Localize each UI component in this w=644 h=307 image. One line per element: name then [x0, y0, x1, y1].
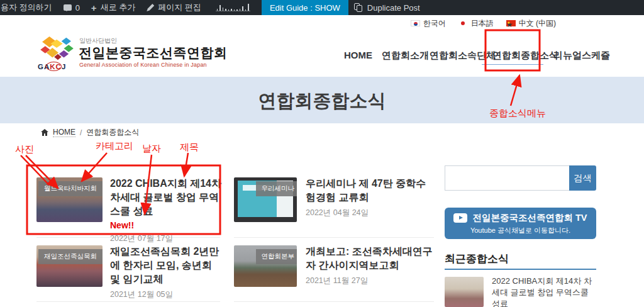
annotation-photo: 사진 [15, 143, 34, 155]
post-title[interactable]: 우리세미나 제 47탄 중학수험경험 교류회 [306, 177, 435, 204]
annotation-menu: 종합소식메뉴 [489, 108, 546, 120]
annotation-title: 제목 [180, 142, 199, 154]
lang-chinese[interactable]: ★ 中文 (中国) [506, 18, 556, 29]
nav-renewal-schedule[interactable]: 리뉴얼스케쥴 [553, 50, 610, 62]
duplicate-post-button[interactable]: Duplicate Post [348, 0, 426, 15]
japan-flag-icon [458, 20, 468, 26]
post-title[interactable]: 2022 CHIBA지회 제14차 차세대 글로벌 창업 무역스쿨 성료 [110, 177, 223, 218]
search-input[interactable] [445, 165, 569, 191]
new-post-label: 새로 추가 [101, 2, 136, 13]
nav-intro[interactable]: 연합회소개 [382, 50, 429, 62]
lang-korean-label: 한국어 [423, 18, 446, 29]
logo-acronym: GAKCJ [38, 63, 66, 70]
annotation-date: 날자 [142, 143, 161, 155]
lang-chinese-label: 中文 (中国) [519, 18, 556, 29]
site-header: GAKCJ 일반사단법인 전일본중국조선족연합회 General Associa… [0, 31, 644, 77]
comments-count: 0 [75, 3, 80, 13]
post-thumbnail[interactable]: 월드옥타치바지회 [36, 177, 103, 222]
wp-admin-bar: 용자 정의하기 0 + 새로 추가 페이지 편집 Edit Guide : SH… [0, 0, 644, 15]
page-title: 연합회종합소식 [0, 89, 644, 114]
post-thumbnail[interactable]: 우리세미나 [234, 177, 297, 222]
nav-member-groups[interactable]: 연합회소속단체 [430, 50, 496, 62]
post-category-badge: 월드옥타치바지회 [38, 181, 103, 196]
youtube-icon [453, 213, 467, 223]
youtube-subtitle: Youtube 공식채널로 이동합니다. [470, 226, 570, 235]
youtube-title: 전일본중국조선족연합회 TV [472, 212, 587, 224]
plus-icon: + [91, 3, 97, 13]
post-title[interactable]: 개최보고: 조선족차세대연구자 간사이지역보고회 [306, 245, 435, 272]
post-date: 2021년 11월 27일 [306, 276, 435, 286]
edit-guide-label: Edit Guide : SHOW [270, 3, 340, 13]
breadcrumb: HOME / 연합회종합소식 [41, 127, 139, 138]
edit-page-label: 페이지 편집 [158, 2, 201, 13]
korea-flag-icon [411, 20, 420, 26]
edit-page-button[interactable]: 페이지 편집 [141, 0, 207, 15]
new-badge: New!! [110, 220, 223, 230]
post-card[interactable]: 연합회본부 개최보고: 조선족차세대연구자 간사이지역보고회 2021년 11월… [234, 245, 434, 302]
recent-post-title[interactable]: 2022 CHIBA지회 제14차 차세대 글로벌 창업 무역스쿨 성료 [492, 276, 596, 307]
page-title-band: 연합회종합소식 [0, 77, 644, 123]
nav-home[interactable]: HOME [344, 50, 372, 60]
site-title[interactable]: 전일본중국조선족연합회 [79, 44, 228, 62]
comment-icon [64, 4, 72, 11]
page: 용자 정의하기 0 + 새로 추가 페이지 편집 Edit Guide : SH… [0, 0, 644, 307]
customize-label: 용자 정의하기 [1, 2, 52, 13]
acronym-j: J [62, 63, 66, 70]
acronym-oval [46, 62, 62, 71]
post-thumbnail[interactable]: 연합회본부 [234, 245, 297, 287]
post-date: 2022년 07월 17일 [110, 233, 223, 244]
site-subtitle: General Association of Korean Chinese in… [79, 62, 207, 68]
duplicate-post-label: Duplicate Post [367, 3, 420, 13]
annotation-arrow-title [184, 153, 188, 176]
nav-news[interactable]: 연합회종합소식 [492, 50, 558, 62]
lang-japanese[interactable]: 日本語 [458, 18, 494, 29]
post-card[interactable]: 우리세미나 우리세미나 제 47탄 중학수험경험 교류회 2022년 04월 2… [234, 177, 434, 238]
lang-korean[interactable]: 한국어 [411, 18, 446, 29]
customize-button[interactable]: 용자 정의하기 [0, 0, 58, 15]
post-title[interactable]: 재일조선족심목회 2년만에 한자리 모임, 송년회 및 임기교체 [110, 245, 223, 286]
recent-heading-underline [445, 269, 596, 270]
nav-active-underline [482, 64, 543, 65]
post-category-badge: 연합회본부 [256, 249, 297, 264]
post-card[interactable]: 월드옥타치바지회 2022 CHIBA지회 제14차 차세대 글로벌 창업 무역… [36, 177, 220, 238]
post-date: 2022년 04월 24일 [306, 208, 435, 218]
duplicate-icon [354, 3, 364, 13]
post-card[interactable]: 재일조선족심목회 재일조선족심목회 2년만에 한자리 모임, 송년회 및 임기교… [36, 245, 220, 302]
breadcrumb-current: 연합회종합소식 [86, 127, 139, 138]
china-flag-icon: ★ [506, 20, 516, 26]
search-button[interactable]: 검색 [569, 165, 596, 191]
post-category-badge: 우리세미나 [256, 181, 297, 196]
logo-icon[interactable] [39, 35, 75, 63]
post-thumbnail[interactable]: 재일조선족심목회 [36, 245, 103, 287]
comments-button[interactable]: 0 [58, 0, 86, 15]
pencil-icon [147, 4, 154, 11]
annotation-category: 카테고리 [96, 140, 133, 152]
home-icon [41, 129, 48, 136]
breadcrumb-home[interactable]: HOME [53, 128, 75, 137]
new-post-button[interactable]: + 새로 추가 [86, 0, 141, 15]
youtube-banner[interactable]: 전일본중국조선족연합회 TV Youtube 공식채널로 이동합니다. [445, 208, 596, 239]
stats-sparkline-icon [216, 3, 250, 11]
post-date: 2021년 12월 05일 [110, 289, 223, 300]
post-category-badge: 재일조선족심목회 [38, 249, 103, 264]
language-bar: 한국어 日本語 ★ 中文 (中国) [0, 15, 644, 31]
lang-japanese-label: 日本語 [471, 18, 494, 29]
recent-post-thumbnail[interactable] [445, 277, 484, 307]
edit-guide-button[interactable]: Edit Guide : SHOW [262, 0, 348, 15]
recent-news-heading: 최근종합소식 [445, 252, 509, 266]
search-box: 검색 [445, 165, 596, 191]
breadcrumb-separator: / [80, 128, 82, 137]
